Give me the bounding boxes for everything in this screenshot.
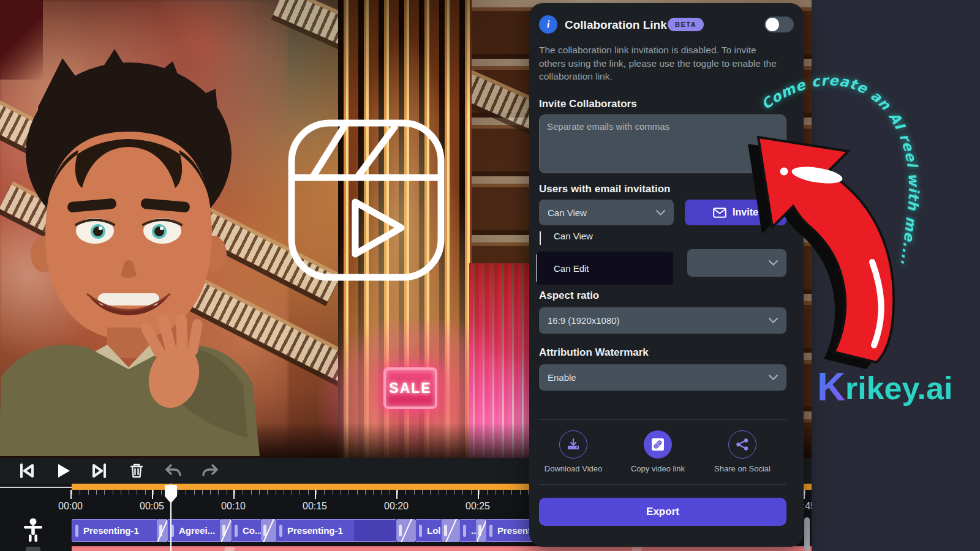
time-label: 00:25 — [466, 501, 490, 512]
clip-label: Co... — [243, 525, 262, 536]
ruler-tick — [471, 490, 472, 495]
time-label: 00:00 — [58, 501, 83, 512]
ruler-tick — [300, 490, 300, 495]
ruler-tick — [267, 490, 268, 495]
clip-transition[interactable] — [397, 519, 415, 542]
svg-text:Come create an AI reel with me: Come create an AI reel with me.... — [758, 75, 922, 266]
app-window: SALE — [0, 0, 980, 551]
info-icon[interactable]: i — [539, 15, 557, 34]
ruler-tick-major — [233, 490, 235, 499]
audio-track[interactable] — [72, 546, 812, 551]
clip-transition[interactable] — [221, 519, 231, 542]
timeline-clip[interactable]: Co... — [231, 519, 262, 542]
ruler-tick — [178, 490, 178, 495]
skip-start-button[interactable] — [16, 460, 37, 481]
ruler-tick — [113, 490, 113, 495]
ruler-tick — [218, 490, 219, 495]
ruler-tick — [324, 490, 325, 495]
ruler-tick — [161, 490, 162, 495]
play-button[interactable] — [53, 460, 74, 481]
audio-clip-seam — [222, 547, 235, 551]
dropdown-option-can-view[interactable]: Can View — [554, 231, 593, 241]
collaboration-toggle[interactable] — [764, 17, 794, 32]
ruler-tick — [284, 490, 284, 495]
ruler-tick — [496, 490, 496, 495]
invite-collaborators-label: Invite Collaborators — [539, 98, 637, 110]
clip-label: Presenting-1 — [287, 525, 343, 536]
skip-end-button[interactable] — [89, 460, 110, 481]
timeline-clip[interactable]: Presenting-1 — [72, 519, 157, 542]
share-icon — [728, 430, 756, 459]
clip-transition[interactable] — [442, 519, 459, 542]
ruler-tick — [511, 490, 512, 495]
ruler-tick — [235, 490, 235, 495]
ruler-tick — [805, 490, 805, 495]
clip-handle[interactable] — [75, 525, 78, 537]
time-label: 00:05 — [140, 501, 164, 512]
ruler-tick — [153, 490, 154, 495]
permission-select[interactable]: Can View — [539, 200, 674, 225]
ruler-tick — [462, 490, 463, 495]
ruler-tick — [390, 490, 390, 495]
clip-transition[interactable] — [262, 519, 276, 542]
clip-transition[interactable] — [157, 519, 167, 542]
ruler-tick — [365, 490, 366, 495]
ruler-tick-major — [315, 490, 316, 499]
clip-transition[interactable] — [477, 519, 486, 542]
playhead-handle[interactable] — [165, 485, 177, 503]
clip-label: Agreei... — [179, 525, 215, 536]
sale-neon-sign: SALE — [383, 367, 437, 409]
ruler-tick — [439, 490, 439, 495]
share-on-social-button[interactable]: Share on Social — [706, 430, 779, 473]
ruler-tick — [479, 490, 480, 495]
clip-handle[interactable] — [279, 525, 282, 537]
timeline-clip[interactable]: Agreei... — [167, 519, 221, 542]
envelope-icon — [713, 208, 726, 218]
clip-handle[interactable] — [463, 525, 466, 537]
ruler-tick — [88, 490, 89, 495]
ruler-tick — [227, 490, 227, 495]
character-track-icon[interactable] — [23, 518, 43, 542]
ruler-tick — [422, 490, 423, 495]
ruler-tick — [373, 490, 374, 495]
ruler-tick — [121, 490, 121, 495]
dropdown-option-can-edit[interactable]: Can Edit — [537, 252, 673, 285]
ruler-tick — [276, 490, 276, 495]
ruler-tick — [349, 490, 349, 495]
ruler-tick — [251, 490, 252, 495]
ruler-tick — [202, 490, 203, 495]
ruler-tick — [398, 490, 398, 495]
ruler-tick — [520, 490, 521, 495]
ruler-tick-major — [396, 490, 398, 499]
users-section-label: Users with email invitation — [539, 183, 670, 195]
export-button[interactable]: Export — [539, 498, 786, 526]
time-label: 00:20 — [384, 501, 409, 512]
undo-button[interactable] — [163, 460, 184, 481]
ruler-tick — [137, 490, 137, 495]
avatar-character — [0, 34, 265, 456]
timeline-clip[interactable]: Lol — [415, 519, 442, 542]
timeline-clip[interactable]: Presenting-1 — [276, 519, 397, 542]
ruler-tick-major — [152, 490, 153, 499]
timeline-clip[interactable]: .. — [459, 519, 477, 542]
ruler-tick-major — [70, 490, 72, 499]
clip-handle[interactable] — [489, 525, 492, 537]
second-track-icon[interactable] — [26, 547, 40, 551]
ruler-tick — [316, 490, 317, 495]
link-icon — [644, 430, 672, 459]
timeline-scrollbar[interactable] — [804, 517, 810, 551]
clip-handle[interactable] — [419, 525, 422, 537]
delete-button[interactable] — [126, 460, 147, 481]
ruler-tick — [487, 490, 488, 495]
aspect-ratio-label: Aspect ratio — [539, 290, 599, 302]
redo-button[interactable] — [200, 460, 221, 481]
time-label: 00:10 — [221, 501, 246, 512]
reel-play-overlay[interactable] — [287, 118, 446, 283]
ruler-tick — [341, 490, 341, 495]
copy-video-link-button[interactable]: Copy video link — [621, 430, 695, 473]
ruler-tick — [357, 490, 358, 495]
panel-title: Collaboration Link — [565, 18, 667, 32]
clip-handle[interactable] — [235, 525, 238, 537]
audio-clip-seam — [629, 547, 643, 551]
download-video-button[interactable]: Download Video — [537, 430, 610, 473]
